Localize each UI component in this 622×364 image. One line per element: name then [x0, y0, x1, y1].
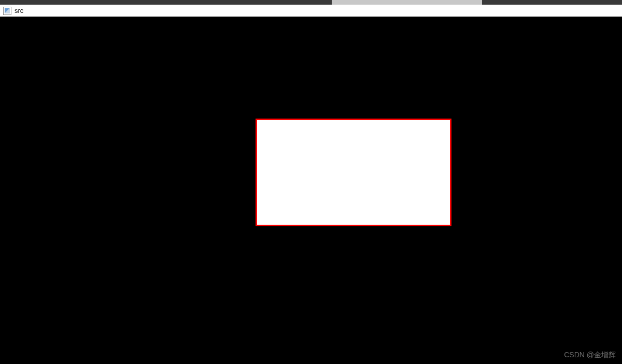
window-title: src [15, 7, 23, 14]
watermark-text: CSDN @金增辉 [564, 351, 616, 360]
detection-rectangle [256, 119, 451, 226]
window-icon [3, 7, 11, 15]
window-titlebar[interactable]: src [0, 5, 622, 17]
top-menu-bar [0, 0, 622, 5]
top-bar-highlight [332, 0, 482, 5]
image-canvas [0, 17, 622, 364]
